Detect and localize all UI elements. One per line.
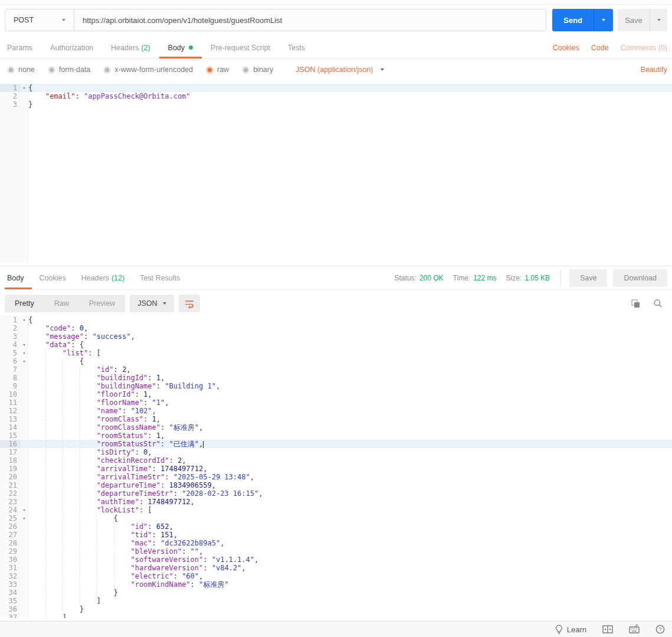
view-tab-preview[interactable]: Preview <box>79 295 125 312</box>
tab-body[interactable]: Body <box>5 266 32 289</box>
fold-arrow-icon[interactable]: ▾ <box>20 514 28 522</box>
code-text: "authTime": 1748497712, <box>28 498 672 506</box>
fold-arrow-icon[interactable]: ▾ <box>20 349 28 357</box>
tab-label: Body <box>168 44 185 52</box>
keyboard-shortcuts-button[interactable] <box>629 625 640 634</box>
tab-label: Headers <box>81 274 109 282</box>
tab-test-results[interactable]: Test Results <box>132 266 188 289</box>
fold-gutter <box>20 522 28 531</box>
code-text: "softwareVersion": "v1.1.1.4", <box>28 556 672 564</box>
save-request-button[interactable]: Save <box>618 9 650 31</box>
tab-cookies[interactable]: Cookies <box>32 266 74 289</box>
keyboard-icon <box>629 625 640 634</box>
response-body-editor[interactable]: 1▾{2 "code": 0,3 "message": "success",4▾… <box>0 316 672 618</box>
help-button[interactable]: ? <box>655 625 665 634</box>
code-text: ] <box>28 613 672 618</box>
send-dropdown-button[interactable] <box>594 9 613 31</box>
tab-headers[interactable]: Headers(12) <box>74 266 132 289</box>
code-line: 28 "mac": "dc32622b89a5", <box>0 539 672 547</box>
code-text: "buildingName": "Building 1", <box>28 382 672 390</box>
request-tabs-row: ParamsAuthorizationHeaders(2)BodyPre-req… <box>0 37 672 59</box>
tab-body[interactable]: Body <box>159 37 202 58</box>
fold-gutter <box>20 92 28 100</box>
copy-button[interactable] <box>631 299 640 308</box>
code-line: 16 "roomStatusStr": "已住满", <box>0 440 672 448</box>
code-line: 20 "arrivalTimeStr": "2025-05-29 13:48", <box>0 473 672 481</box>
line-number: 34 <box>0 589 20 597</box>
view-tab-raw[interactable]: Raw <box>44 295 79 312</box>
cookies-link[interactable]: Cookies <box>553 44 579 52</box>
code-text: "electric": "60", <box>28 572 672 580</box>
method-select[interactable]: POST <box>5 9 74 31</box>
code-text: { <box>28 514 672 522</box>
save-response-button[interactable]: Save <box>569 269 608 287</box>
code-text: { <box>28 357 672 365</box>
tab-params[interactable]: Params <box>5 37 41 58</box>
fold-gutter <box>20 415 28 423</box>
code-line: 11 "floorName": "1", <box>0 398 672 407</box>
fold-gutter <box>20 324 28 332</box>
tab-tests[interactable]: Tests <box>279 37 314 58</box>
line-number: 11 <box>0 398 20 407</box>
footer-bar: Learn ? <box>0 621 672 637</box>
code-line: 2 "code": 0, <box>0 324 672 332</box>
code-text: "tid": 151, <box>28 531 672 539</box>
code-text: "departureTimeStr": "2028-02-23 16:15", <box>28 489 672 498</box>
radio-icon <box>103 66 111 74</box>
line-number: 1 <box>0 316 20 324</box>
code-line: 7 "id": 2, <box>0 365 672 374</box>
code-text: { <box>28 84 672 92</box>
tab-authorization[interactable]: Authorization <box>41 37 102 58</box>
body-mode-x-www-form-urlencoded[interactable]: x-www-form-urlencoded <box>103 66 193 74</box>
line-number: 29 <box>0 547 20 556</box>
fold-gutter <box>20 605 28 613</box>
send-button[interactable]: Send <box>552 9 594 31</box>
search-button[interactable] <box>653 299 663 308</box>
tab-headers[interactable]: Headers(2) <box>102 37 159 58</box>
code-line: 2 "email": "appPassCheck@Orbita.com" <box>0 92 672 100</box>
svg-text:?: ? <box>658 626 661 632</box>
code-text: "message": "success", <box>28 332 672 341</box>
code-line: 21 "departureTime": 1834906559, <box>0 481 672 489</box>
fold-arrow-icon[interactable]: ▾ <box>20 84 28 92</box>
body-mode-binary[interactable]: binary <box>242 66 273 74</box>
content-type-select[interactable]: JSON (application/json) <box>296 66 383 74</box>
tab-pre-request-script[interactable]: Pre-request Script <box>202 37 279 58</box>
code-link[interactable]: Code <box>591 44 609 52</box>
request-body-editor[interactable]: 1▾{2 "email": "appPassCheck@Orbita.com"3… <box>0 84 672 262</box>
code-line: 32 "electric": "60", <box>0 572 672 580</box>
comments-link[interactable]: Comments (0) <box>621 44 667 52</box>
fold-gutter <box>20 597 28 605</box>
code-text: "departureTime": 1834906559, <box>28 481 672 489</box>
fold-gutter <box>20 556 28 564</box>
tab-label: Cookies <box>40 274 66 282</box>
body-mode-none[interactable]: none <box>7 66 35 74</box>
code-text: "mac": "dc32622b89a5", <box>28 539 672 547</box>
fold-arrow-icon[interactable]: ▾ <box>20 357 28 365</box>
learn-button[interactable]: Learn <box>555 625 586 634</box>
line-number: 15 <box>0 432 20 440</box>
body-mode-raw[interactable]: raw <box>206 66 229 74</box>
url-input[interactable] <box>74 9 546 31</box>
mode-label: form-data <box>59 66 91 74</box>
body-mode-form-data[interactable]: form-data <box>48 66 91 74</box>
two-pane-layout-button[interactable] <box>602 625 613 633</box>
download-button[interactable]: Download <box>613 269 667 287</box>
line-number: 13 <box>0 415 20 423</box>
view-tab-pretty[interactable]: Pretty <box>5 295 44 312</box>
code-line: 24▾ "lockList": [ <box>0 506 672 514</box>
line-number: 30 <box>0 556 20 564</box>
two-pane-layout-icon <box>602 625 613 633</box>
fold-gutter <box>20 481 28 489</box>
chevron-down-icon <box>381 68 384 71</box>
fold-arrow-icon[interactable]: ▾ <box>20 316 28 324</box>
fold-arrow-icon[interactable]: ▾ <box>20 341 28 349</box>
wrap-lines-button[interactable] <box>179 295 200 312</box>
save-dropdown-button[interactable] <box>650 9 667 31</box>
beautify-link[interactable]: Beautify <box>641 66 667 74</box>
language-select[interactable]: JSON <box>130 295 174 312</box>
line-number: 25 <box>0 514 20 522</box>
fold-arrow-icon[interactable]: ▾ <box>20 506 28 514</box>
code-line: 18 "checkinRecordId": 2, <box>0 456 672 465</box>
code-text: "checkinRecordId": 2, <box>28 456 672 465</box>
